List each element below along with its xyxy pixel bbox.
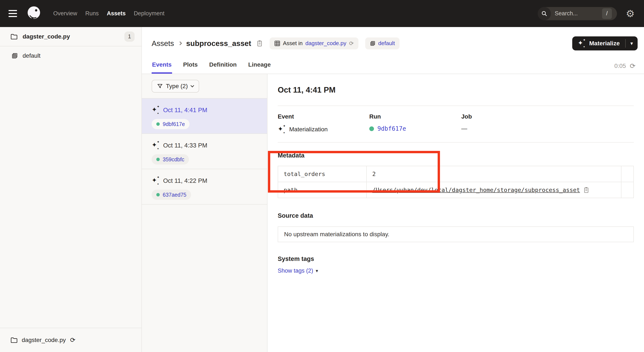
sidebar-item-code-location[interactable]: dagster_code.py 1 [0,27,142,46]
event-timestamp[interactable]: Oct 11, 4:22 PM [163,177,207,184]
sidebar-footer-code-location: dagster_code.py ⟳ [0,328,142,352]
sidebar-item-group-default[interactable]: default [0,46,142,65]
asset-group-icon [12,52,18,59]
metadata-section-title: Metadata [278,152,634,159]
search-icon [538,7,551,20]
materialize-sparkle-icon: ✦✦✦ [578,39,586,48]
events-filter-bar: Type (2) [142,74,267,98]
event-type-value: Materialization [289,126,328,133]
materialization-sparkle-icon: ✦✦✦ [152,106,160,114]
event-list-item[interactable]: ✦✦✦ Oct 11, 4:33 PM 359cdbfc [142,134,267,169]
sidebar-group-label: default [22,52,40,59]
run-status-dot [156,122,160,126]
job-column-header: Job [461,113,472,120]
breadcrumb-separator-icon [178,41,182,45]
top-navigation: Overview Runs Assets Deployment / ⚙ [0,0,644,27]
sidebar-item-label: dagster_code.py [22,33,119,40]
folder-icon [11,34,18,39]
main-panel: Assets subprocess_asset [142,27,644,352]
asset-group-tag[interactable]: default [365,37,400,49]
show-tags-label: Show tags (2) [278,268,313,274]
tab-events[interactable]: Events [152,60,172,74]
group-tag-link[interactable]: default [378,40,395,47]
metadata-value: 2 [366,166,621,182]
metadata-key: total_orders [278,166,366,182]
asset-group-icon [370,41,376,46]
tab-definition[interactable]: Definition [209,60,237,74]
settings-gear-icon[interactable]: ⚙ [626,9,635,18]
primary-nav: Overview Runs Assets Deployment [53,10,164,17]
job-value: — [461,125,467,132]
metadata-path-link[interactable]: /Users/yuhan/dev/local/dagster_home/stor… [372,187,580,193]
source-data-section-title: Source data [278,212,634,219]
reload-code-location-icon[interactable]: ⟳ [70,337,76,343]
metadata-table: total_orders 2 path /Users/yuhan/dev/loc… [278,166,634,198]
event-run-job-summary: Event ✦✦✦ Materialization Run [278,113,634,134]
asset-count-badge: 1 [124,31,134,42]
asset-location-tag[interactable]: Asset in dagster_code.py ⟳ [270,37,359,49]
run-id-link[interactable]: 359cdbfc [163,156,184,163]
breadcrumb: Assets subprocess_asset [152,37,572,49]
copy-path-icon[interactable] [583,187,589,193]
run-id-link[interactable]: 9dbf617e [377,125,406,132]
hamburger-menu-icon[interactable] [8,10,17,17]
event-list-item[interactable]: ✦✦✦ Oct 11, 4:41 PM 9dbf617e [142,98,267,134]
materialize-button-group: ✦✦✦ Materialize ▾ [572,36,638,50]
run-tag[interactable]: 9dbf617e [152,119,190,129]
chevron-down-icon [190,84,194,87]
run-status-dot [369,126,374,131]
asset-sidebar: dagster_code.py 1 default dagster_c [0,27,142,352]
event-column-header: Event [278,113,369,120]
run-status-dot [156,158,160,161]
event-timestamp[interactable]: Oct 11, 4:33 PM [163,142,207,149]
tab-plots[interactable]: Plots [183,60,198,74]
asset-tabs: Events Plots Definition Lineage 0:05 ⟳ [142,60,644,74]
type-filter-button[interactable]: Type (2) [152,80,199,93]
breadcrumb-assets-link[interactable]: Assets [152,39,174,48]
filter-funnel-icon [157,83,163,89]
materialize-label: Materialize [589,40,620,47]
event-detail-panel: Oct 11, 4:41 PM Event ✦✦✦ Materializatio… [268,74,644,352]
materialize-dropdown-button[interactable]: ▾ [626,36,638,50]
nav-item-assets[interactable]: Assets [107,10,126,17]
materialization-sparkle-icon: ✦✦✦ [152,176,160,185]
asset-table-icon [274,40,280,46]
copy-asset-name-icon[interactable] [256,40,263,47]
metadata-row: total_orders 2 [278,166,634,182]
nav-item-overview[interactable]: Overview [53,10,77,17]
asset-name-title: subprocess_asset [186,39,251,48]
run-status-dot [156,193,160,196]
materialization-sparkle-icon: ✦✦✦ [278,125,286,134]
event-timestamp[interactable]: Oct 11, 4:41 PM [163,107,207,114]
folder-icon [11,337,18,343]
run-tag[interactable]: 637aed75 [152,190,191,200]
metadata-actions-cell [621,182,634,198]
materialization-sparkle-icon: ✦✦✦ [152,141,160,150]
tab-lineage[interactable]: Lineage [248,60,271,74]
global-search[interactable]: / [538,7,617,20]
event-list-item[interactable]: ✦✦✦ Oct 11, 4:22 PM 637aed75 [142,169,267,205]
run-id-link[interactable]: 9dbf617e [163,121,185,127]
asset-location-prefix: Asset in [283,40,303,47]
run-column-header: Run [369,113,461,120]
search-input[interactable] [551,10,602,17]
auto-refresh-timer: 0:05 [614,62,626,69]
run-tag[interactable]: 359cdbfc [152,154,189,164]
nav-item-deployment[interactable]: Deployment [134,10,164,17]
metadata-actions-cell [621,166,634,182]
metadata-key: path [278,182,366,198]
asset-location-link[interactable]: dagster_code.py [306,40,346,47]
dagster-logo-icon[interactable] [26,5,42,22]
nav-item-runs[interactable]: Runs [86,10,99,17]
caret-down-icon: ▾ [316,268,318,274]
dagster-app: Overview Runs Assets Deployment / ⚙ [0,0,644,352]
refresh-icon[interactable]: ⟳ [630,62,636,69]
events-list-panel: Type (2) ✦✦✦ Oct 11, 4:41 PM [142,74,268,352]
asset-header: Assets subprocess_asset [142,27,644,60]
reload-location-icon[interactable]: ⟳ [349,41,354,46]
sidebar-footer-label: dagster_code.py [22,337,66,344]
materialize-button[interactable]: ✦✦✦ Materialize [572,36,625,50]
source-data-empty-state: No upstream materializations to display. [278,226,634,242]
show-tags-toggle[interactable]: Show tags (2) ▾ [278,268,318,274]
run-id-link[interactable]: 637aed75 [163,192,186,198]
